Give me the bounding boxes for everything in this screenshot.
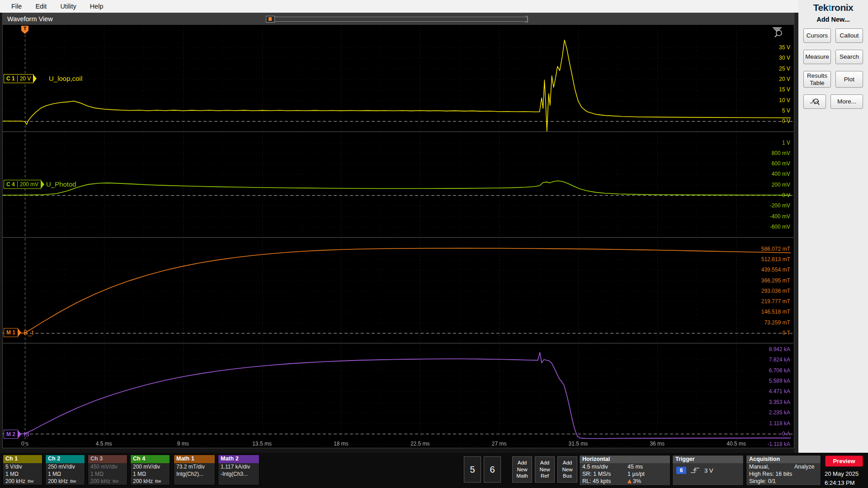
sidebar-button-cursors[interactable]: Cursors [803,28,831,43]
horizontal-panel-title: Horizontal [580,455,670,463]
channel-setting: 73.2 mT/div [174,463,215,470]
waveform-view-title: Waveform View [7,15,53,23]
slot-button-5[interactable]: 5 [464,456,481,483]
trace-badge-math1[interactable]: M 1 [4,328,18,337]
menu-file[interactable]: File [5,1,28,12]
trace-badge-name: C 1 [6,75,15,82]
channel-badge-ch-2[interactable]: Ch 2250 mV/div1 MΩ200 kHzBw [45,455,85,485]
acquisition-resolution: High Res: 16 bits [749,471,792,477]
channel-badge-title: Ch 2 [46,455,85,463]
channel-badge-title: Math 2 [218,455,259,463]
more-button[interactable]: More... [830,94,863,109]
add-button-line: Bus [563,473,572,479]
channel-setting: 1 MΩ [3,470,42,478]
channel-badge-ch-4[interactable]: Ch 4200 mV/div1 MΩ200 kHzBw [130,455,170,485]
acquisition-panel[interactable]: Acquisition Manual, Analyze High Res: 16… [746,455,821,486]
menu-help[interactable]: Help [83,1,110,12]
logo-text-right: ronix [831,2,853,13]
menu-edit[interactable]: Edit [28,1,53,12]
add-button-line: Add [540,460,549,466]
trace-label-math1: B_t [24,328,34,336]
add-button-line: New [517,466,527,473]
sidebar-button-measure[interactable]: Measure [803,50,831,64]
trigger-source-badge: 6 [676,467,686,474]
horizontal-value-left: SR: 1 MS/s [582,471,611,477]
preview-button[interactable]: Preview [825,455,863,467]
channel-setting: 1 MΩ [131,470,170,478]
menu-bar: FileEditUtilityHelp [0,0,798,13]
channel-badge-ch-3[interactable]: Ch 3450 mV/div1 MΩ200 kHzBw [88,455,127,485]
menu-utility[interactable]: Utility [53,1,83,12]
channel-setting: -Intg(Ch3... [218,470,259,478]
trigger-panel[interactable]: Trigger 6 3 V [672,455,744,486]
trace-badge-scale: 200 mV [17,181,38,188]
channel-setting: 250 mV/div [46,463,85,470]
zoom-tool-button[interactable] [803,94,826,109]
tektronix-logo: Tektronix [798,2,868,13]
add-button-line: New [539,466,550,473]
plot-area: T C 120 VU_loop,coilC 4200 mVU_PhotodM 1… [3,25,793,448]
channel-setting: 200 kHzBw [88,478,127,485]
acquisition-mode-row: Manual, Analyze [746,463,821,470]
add-new-math[interactable]: AddNewMath [512,456,532,483]
pan-zoom-handle-icon[interactable] [266,16,275,23]
add-new-bus[interactable]: AddNewBus [557,456,577,483]
right-sidebar: Tektronix Add New... CursorsCalloutMeasu… [798,0,868,453]
slot-button-6[interactable]: 6 [484,456,501,483]
bandwidth-badge: Bw [113,478,118,485]
horizontal-value-right: 1 µs/pt [627,470,645,478]
time-text: 6:24:13 PM [825,479,859,488]
trace-label-ch1: U_loop,coil [49,75,82,82]
sidebar-button-plot[interactable]: Plot [835,71,863,88]
add-button-line: New [562,466,572,473]
channel-setting: 450 mV/div [88,463,127,470]
waveform-plot-canvas[interactable] [3,25,793,448]
horizontal-panel[interactable]: Horizontal 4.5 ms/div45 msSR: 1 MS/s1 µs… [579,455,670,486]
trace-badge-ch1[interactable]: C 120 V [4,74,33,83]
trace-badge-math2[interactable]: M 2 [4,430,18,439]
waveform-view-panel: Waveform View T C 120 VU_loop,coilC 4200… [2,13,794,448]
channel-badge-title: Ch 3 [88,455,127,463]
acquisition-resolution-row: High Res: 16 bits [746,470,821,478]
magnifier-waveform-icon [810,98,820,106]
channel-setting: Intg(Ch2)... [174,470,215,478]
sidebar-button-callout[interactable]: Callout [835,28,863,43]
trace-badge-scale: 20 V [17,75,31,82]
zoom-magnifier-icon[interactable] [772,27,783,38]
trigger-position-marker-icon [269,17,272,21]
channel-setting: 5 V/div [3,463,42,470]
channel-setting: 200 kHzBw [46,478,85,485]
trigger-settings-row: 6 3 V [673,463,743,474]
date-text: 20 May 2025 [825,469,859,479]
bandwidth-badge: Bw [28,478,33,485]
sidebar-button-results-table[interactable]: Results Table [803,71,831,88]
compression-icon [627,479,632,483]
sidebar-button-grid: CursorsCalloutMeasureSearchResults Table… [798,28,868,88]
add-button-line: Add [518,460,527,466]
logo-text-left: Tek [813,2,828,13]
trace-badge-ch4[interactable]: C 4200 mV [4,180,41,189]
horizontal-pan-zoom-bar[interactable] [266,16,528,23]
bandwidth-badge: Bw [155,478,161,485]
panel-splitter[interactable]: ⋮ [794,13,798,453]
channel-setting: 200 mV/div [131,463,170,470]
waveform-view-header[interactable]: Waveform View [3,13,794,25]
record-view-track[interactable] [275,17,528,22]
horizontal-rows: 4.5 ms/div45 msSR: 1 MS/s1 µs/ptRL: 45 k… [580,463,670,485]
acquisition-analyze: Analyze [794,463,814,470]
add-new-ref[interactable]: AddNewRef [535,456,555,483]
bandwidth-badge: Bw [70,478,76,485]
channel-setting: 200 kHzBw [131,478,170,485]
horizontal-row: SR: 1 MS/s1 µs/pt [580,470,670,478]
channel-badge-title: Ch 1 [3,455,42,463]
horizontal-row: 4.5 ms/div45 ms [580,463,670,470]
horizontal-value-left: 4.5 ms/div [582,464,608,470]
add-button-line: Ref [541,473,549,479]
channel-badge-math-1[interactable]: Math 173.2 mT/divIntg(Ch2)... [174,455,215,485]
sidebar-button-search[interactable]: Search [835,50,863,64]
trace-label-ch4: U_Photod [46,180,76,188]
channel-badge-math-2[interactable]: Math 21.117 kA/div-Intg(Ch3... [218,455,259,485]
channel-badge-ch-1[interactable]: Ch 15 V/div1 MΩ200 kHzBw [3,455,42,485]
trigger-panel-title: Trigger [673,455,743,463]
add-button-line: Add [563,460,572,466]
